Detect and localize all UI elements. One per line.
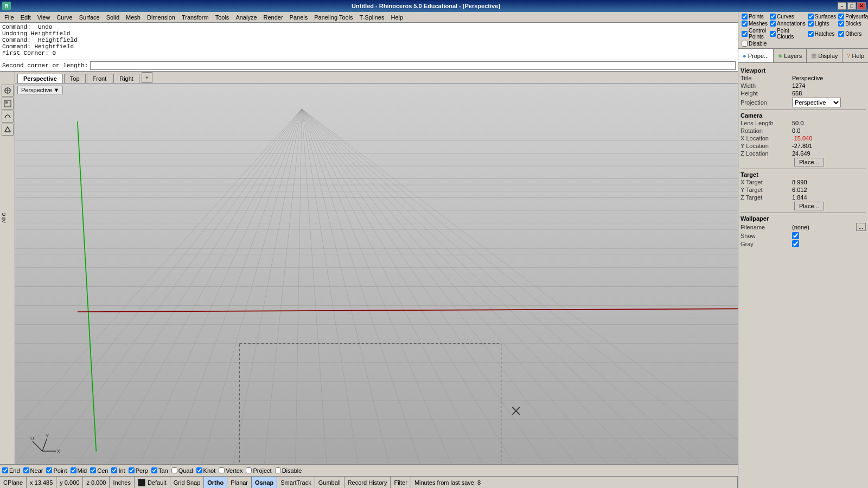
snap-point-check[interactable] (46, 467, 52, 473)
filter-button[interactable]: Filter (391, 477, 411, 488)
cb-meshes[interactable]: Meshes (742, 21, 768, 27)
snap-perp[interactable]: Perp (129, 467, 148, 474)
menu-surface[interactable]: Surface (76, 13, 103, 22)
menu-mesh[interactable]: Mesh (123, 13, 144, 22)
cb-lights-check[interactable] (808, 21, 814, 27)
snap-perp-check[interactable] (129, 467, 135, 473)
menu-panels[interactable]: Panels (286, 13, 311, 22)
snap-quad[interactable]: Quad (171, 467, 193, 474)
menu-file[interactable]: File (1, 13, 17, 22)
cb-hatches-check[interactable] (808, 31, 814, 37)
menu-t-splines[interactable]: T-Splines (356, 13, 388, 22)
layer-indicator[interactable]: Default (135, 477, 170, 488)
menu-render[interactable]: Render (260, 13, 286, 22)
snap-disable-check[interactable] (275, 467, 281, 473)
planar-button[interactable]: Planar (227, 477, 252, 488)
viewport-tab-front[interactable]: Front (87, 74, 113, 83)
cb-disable-check[interactable] (742, 41, 748, 47)
snap-knot-check[interactable] (196, 467, 202, 473)
target-place-button[interactable]: Place... (794, 202, 824, 210)
snap-mid-check[interactable] (71, 467, 76, 473)
cb-annotations-check[interactable] (770, 21, 776, 27)
menu-curve[interactable]: Curve (53, 13, 75, 22)
command-input-field[interactable] (90, 61, 736, 70)
snap-end-check[interactable] (2, 467, 8, 473)
osnap-button[interactable]: Osnap (252, 477, 277, 488)
cb-meshes-check[interactable] (742, 21, 748, 27)
minimize-button[interactable]: – (838, 2, 846, 10)
camera-place-button[interactable]: Place... (794, 158, 824, 166)
panel-tab-properties[interactable]: ● Prope... (738, 49, 774, 62)
menu-edit[interactable]: Edit (17, 13, 34, 22)
viewport-tab-perspective[interactable]: Perspective (17, 74, 63, 83)
cb-point-clouds[interactable]: Point Clouds (770, 28, 806, 40)
ortho-button[interactable]: Ortho (204, 477, 227, 488)
gray-checkbox[interactable] (792, 240, 799, 247)
viewport-label-button[interactable]: Perspective ▼ (17, 86, 63, 94)
toolbar-view-btn[interactable] (2, 98, 14, 110)
cb-disable[interactable]: Disable (742, 41, 806, 47)
cb-hatches[interactable]: Hatches (808, 28, 836, 40)
menu-help[interactable]: Help (387, 13, 406, 22)
viewport-tab-top[interactable]: Top (64, 74, 86, 83)
viewport-canvas[interactable]: Perspective ▼ U Y (15, 84, 738, 464)
snap-project-check[interactable] (246, 467, 252, 473)
viewport-tab-add[interactable]: + (142, 72, 152, 83)
cb-control-points[interactable]: Control Points (742, 28, 768, 40)
snap-knot[interactable]: Knot (196, 467, 216, 474)
snap-disable[interactable]: Disable (275, 467, 302, 474)
maximize-button[interactable]: □ (847, 2, 856, 10)
snap-int[interactable]: Int (111, 467, 125, 474)
toolbar-select-btn[interactable] (2, 85, 14, 97)
menu-analyze[interactable]: Analyze (232, 13, 260, 22)
menu-transform[interactable]: Transform (178, 13, 212, 22)
smarttrack-button[interactable]: SmartTrack (277, 477, 315, 488)
toolbar-mesh-btn[interactable] (2, 124, 14, 136)
cb-lights[interactable]: Lights (808, 21, 836, 27)
snap-end[interactable]: End (2, 467, 20, 474)
menu-view[interactable]: View (34, 13, 54, 22)
snap-point[interactable]: Point (46, 467, 67, 474)
cb-points[interactable]: Points (742, 14, 768, 20)
cb-blocks[interactable]: Blocks (838, 21, 868, 27)
snap-vertex-check[interactable] (219, 467, 225, 473)
wallpaper-browse-button[interactable]: ... (856, 223, 866, 231)
gumball-button[interactable]: Gumball (315, 477, 344, 488)
snap-near[interactable]: Near (23, 467, 43, 474)
snap-cen-check[interactable] (90, 467, 96, 473)
menu-solid[interactable]: Solid (103, 13, 123, 22)
cb-point-clouds-check[interactable] (770, 31, 776, 37)
cb-points-check[interactable] (742, 14, 748, 20)
record-history-button[interactable]: Record History (344, 477, 391, 488)
cb-surfaces[interactable]: Surfaces (808, 14, 836, 20)
snap-tan-check[interactable] (151, 467, 157, 473)
menu-dimension[interactable]: Dimension (144, 13, 178, 22)
snap-project[interactable]: Project (246, 467, 271, 474)
projection-dropdown[interactable]: Perspective (792, 98, 841, 107)
snap-vertex[interactable]: Vertex (219, 467, 242, 474)
snap-quad-check[interactable] (171, 467, 177, 473)
cb-blocks-check[interactable] (838, 21, 844, 27)
panel-tab-layers[interactable]: ◈ Layers (774, 49, 807, 62)
viewport-tab-right[interactable]: Right (113, 74, 139, 83)
panel-tab-display[interactable]: ▦ Display (807, 49, 843, 62)
show-checkbox[interactable] (792, 232, 799, 239)
snap-mid[interactable]: Mid (71, 467, 87, 474)
toolbar-curve-btn[interactable] (2, 111, 14, 123)
menu-tools[interactable]: Tools (212, 13, 233, 22)
cb-curves-check[interactable] (770, 14, 776, 20)
panel-tab-help[interactable]: ? Help (843, 49, 868, 62)
snap-cen[interactable]: Cen (90, 467, 108, 474)
cb-surfaces-check[interactable] (808, 14, 814, 20)
cb-others-check[interactable] (838, 31, 844, 37)
cb-polysurfaces[interactable]: Polysurfaces (838, 14, 868, 20)
cb-others[interactable]: Others (838, 28, 868, 40)
menu-paneling-tools[interactable]: Paneling Tools (311, 13, 356, 22)
grid-snap-button[interactable]: Grid Snap (170, 477, 205, 488)
cb-curves[interactable]: Curves (770, 14, 806, 20)
snap-near-check[interactable] (23, 467, 29, 473)
cb-polysurfaces-check[interactable] (838, 14, 844, 20)
snap-int-check[interactable] (111, 467, 117, 473)
close-button[interactable]: ✕ (857, 2, 866, 10)
cb-annotations[interactable]: Annotations (770, 21, 806, 27)
